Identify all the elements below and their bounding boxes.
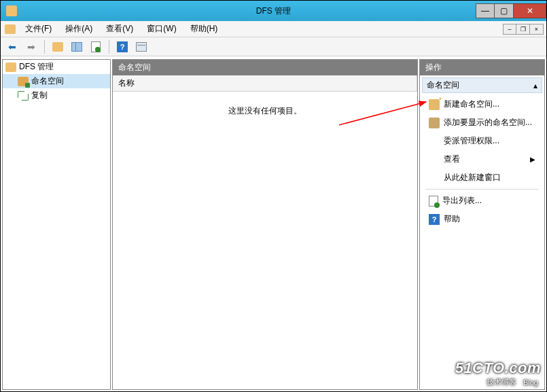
nav-back-button[interactable]: ⬅ [5,39,20,54]
empty-message: 这里没有任何项目。 [113,92,417,130]
window-titlebar: DFS 管理 — ▢ ✕ [1,1,546,21]
help-button[interactable]: ? [115,39,130,54]
up-folder-button[interactable] [50,39,65,54]
column-name[interactable]: 名称 [113,75,417,91]
tree-root-label: DFS 管理 [19,61,54,73]
mdi-restore-button[interactable]: ❐ [516,24,530,35]
tree-root[interactable]: DFS 管理 [3,60,110,74]
action-export-list[interactable]: 导出列表... [422,192,542,209]
action-label: 新建命名空间... [444,99,499,110]
toolbar: ⬅ ➡ ? [1,37,546,56]
replication-icon [18,91,29,101]
tree-node-label: 复制 [31,90,48,101]
workspace: DFS 管理 命名空间 复制 命名空间 名称 这里没有任何项目。 操作 命名空间… [1,58,546,391]
action-section-header[interactable]: 命名空间 ▴ [422,77,542,93]
action-label: 从此处新建窗口 [444,172,501,183]
menu-window[interactable]: 窗口(W) [143,22,180,36]
new-namespace-icon [429,99,440,110]
menu-action[interactable]: 操作(A) [61,22,96,36]
toolbar-separator [109,40,109,54]
export-icon [429,196,438,207]
tree-node-replication[interactable]: 复制 [3,88,110,103]
blank-icon [429,154,440,165]
action-add-namespace[interactable]: 添加要显示的命名空间... [422,114,542,131]
action-new-namespace[interactable]: 新建命名空间... [422,96,542,113]
tree-panel[interactable]: DFS 管理 命名空间 复制 [2,59,111,390]
action-label: 添加要显示的命名空间... [444,117,532,128]
menu-view[interactable]: 查看(V) [102,22,137,36]
action-delegate-permissions[interactable]: 委派管理权限... [422,132,542,149]
action-new-window[interactable]: 从此处新建窗口 [422,169,542,186]
menu-help[interactable]: 帮助(H) [186,22,222,36]
menubar: 文件(F) 操作(A) 查看(V) 窗口(W) 帮助(H) – ❐ × [1,21,546,37]
window-title: DFS 管理 [1,5,546,17]
help-icon: ? [429,214,440,225]
action-label: 查看 [444,154,460,165]
mdi-controls: – ❐ × [503,24,544,35]
list-header: 名称 [113,75,417,92]
tree-node-namespaces[interactable]: 命名空间 [3,74,110,88]
action-view[interactable]: 查看 ▶ [422,151,542,168]
action-label: 委派管理权限... [444,135,499,147]
toolbar-separator [44,40,45,54]
folder-icon [5,24,16,34]
action-label: 帮助 [444,213,460,225]
blank-icon [429,173,440,183]
panes-button[interactable] [69,39,84,54]
blank-icon [429,136,440,147]
calendar-button[interactable] [134,39,149,54]
action-separator [425,189,539,190]
collapse-icon: ▴ [533,81,537,90]
menu-file[interactable]: 文件(F) [21,22,56,36]
action-title: 操作 [420,60,544,75]
submenu-arrow-icon: ▶ [530,156,535,163]
tree-node-label: 命名空间 [31,75,64,87]
action-section-label: 命名空间 [427,79,459,91]
mdi-close-button[interactable]: × [530,24,544,35]
content-panel: 命名空间 名称 这里没有任何项目。 [112,59,418,390]
dfs-icon [5,63,16,72]
mdi-minimize-button[interactable]: – [503,24,516,35]
add-namespace-icon [429,118,440,128]
action-panel: 操作 命名空间 ▴ 新建命名空间... 添加要显示的命名空间... 委派管理权限… [419,59,545,390]
action-label: 导出列表... [442,195,482,207]
action-help[interactable]: ? 帮助 [422,211,542,228]
export-button[interactable] [88,39,103,54]
content-header: 命名空间 [113,60,417,75]
namespace-icon [18,77,29,86]
nav-forward-button[interactable]: ➡ [24,39,39,54]
